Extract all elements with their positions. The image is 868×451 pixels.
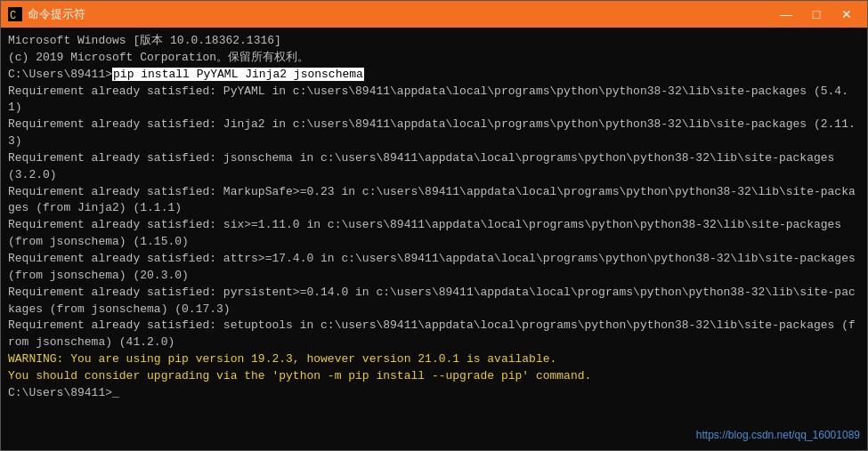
terminal-line: WARNING: You are using pip version 19.2.… <box>8 351 860 368</box>
terminal-line: Microsoft Windows [版本 10.0.18362.1316] <box>8 33 860 50</box>
terminal-line: Requirement already satisfied: setuptool… <box>8 318 860 351</box>
cmd-icon: C <box>8 7 22 21</box>
cmd-window: C 命令提示符 — □ ✕ Microsoft Windows [版本 10.0… <box>0 0 868 451</box>
terminal-line: Requirement already satisfied: attrs>=17… <box>8 251 860 285</box>
terminal-line: Requirement already satisfied: six>=1.11… <box>8 217 860 251</box>
terminal-line: You should consider upgrading via the 'p… <box>8 368 860 385</box>
terminal-line: Requirement already satisfied: PyYAML in… <box>8 84 860 117</box>
title-text: 命令提示符 <box>28 6 85 22</box>
terminal-line: Requirement already satisfied: jsonschem… <box>8 150 860 184</box>
close-button[interactable]: ✕ <box>833 4 860 24</box>
minimize-button[interactable]: — <box>773 4 799 24</box>
maximize-button[interactable]: □ <box>803 4 830 24</box>
title-bar: C 命令提示符 — □ ✕ <box>1 1 867 28</box>
terminal-line: (c) 2019 Microsoft Corporation。保留所有权利。 <box>8 50 860 67</box>
watermark: https://blog.csdn.net/qq_16001089 <box>696 428 860 443</box>
title-bar-left: C 命令提示符 <box>8 6 85 22</box>
prompt-text: C:\Users\89411> <box>8 68 112 81</box>
terminal-line: C:\Users\89411>_ <box>8 385 860 402</box>
terminal-line: Requirement already satisfied: MarkupSaf… <box>8 184 860 218</box>
svg-text:C: C <box>10 10 16 21</box>
terminal-line: Requirement already satisfied: pyrsisten… <box>8 285 860 318</box>
terminal-line: C:\Users\89411>pip install PyYAML Jinja2… <box>8 67 860 84</box>
title-controls: — □ ✕ <box>773 4 860 24</box>
terminal-line: Requirement already satisfied: Jinja2 in… <box>8 117 860 150</box>
terminal-body[interactable]: Microsoft Windows [版本 10.0.18362.1316](c… <box>1 28 867 450</box>
command-text: pip install PyYAML Jinja2 jsonschema <box>112 68 364 81</box>
